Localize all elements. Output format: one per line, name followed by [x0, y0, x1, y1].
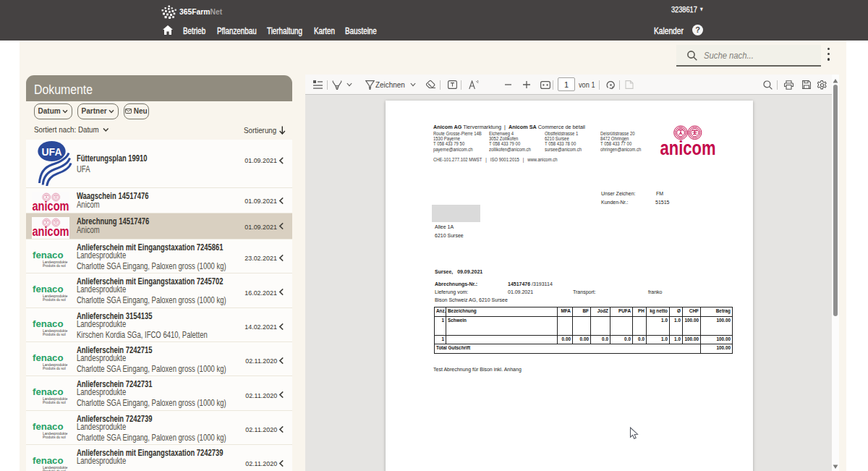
- svg-text:fenaco: fenaco: [33, 352, 64, 363]
- svg-text:UFA: UFA: [42, 145, 62, 158]
- svg-text:fenaco: fenaco: [33, 318, 64, 329]
- svg-text:Produits du sol: Produits du sol: [43, 298, 66, 302]
- svg-text:Produits du sol: Produits du sol: [43, 401, 66, 404]
- svg-text:Produits du sol: Produits du sol: [43, 436, 66, 439]
- svg-text:Produits du sol: Produits du sol: [43, 264, 66, 268]
- svg-text:anicom: anicom: [33, 199, 69, 213]
- svg-text:anicom: anicom: [33, 224, 69, 239]
- svg-text:anicom: anicom: [660, 137, 716, 157]
- svg-text:Produits du sol: Produits du sol: [43, 333, 66, 336]
- svg-text:Produits du sol: Produits du sol: [43, 367, 66, 370]
- svg-text:fenaco: fenaco: [33, 284, 64, 294]
- svg-text:fenaco: fenaco: [33, 250, 64, 260]
- svg-text:fenaco: fenaco: [33, 421, 64, 432]
- svg-text:fenaco: fenaco: [33, 386, 64, 397]
- svg-text:fenaco: fenaco: [33, 455, 64, 466]
